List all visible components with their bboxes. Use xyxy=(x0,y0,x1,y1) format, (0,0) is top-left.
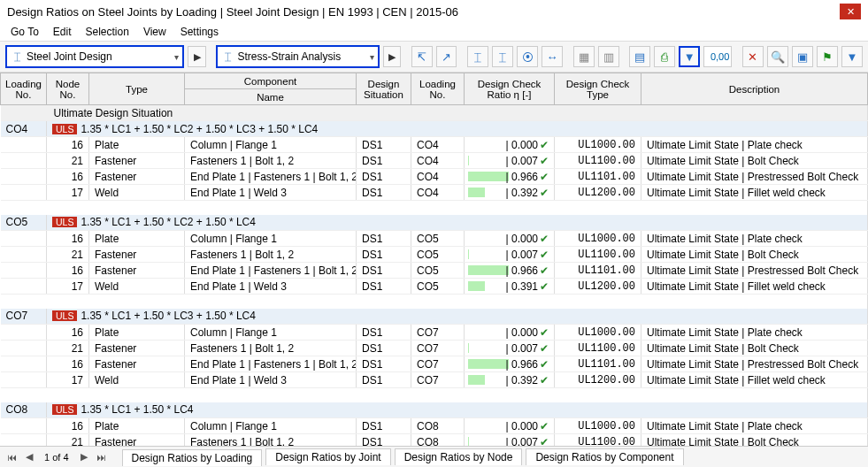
group-header[interactable]: CO7ULS1.35 * LC1 + 1.50 * LC3 + 1.50 * L… xyxy=(1,309,868,325)
chevron-down-icon: ▾ xyxy=(174,52,179,62)
menu-edit[interactable]: Edit xyxy=(53,26,72,38)
pointer-tool-button[interactable]: ↗ xyxy=(436,46,457,67)
hdr-ratio[interactable]: Design Check Ratio η [-] xyxy=(465,73,555,105)
section-row: Ultimate Design Situation xyxy=(1,105,868,121)
joint-tool-2[interactable]: ⌶ xyxy=(492,46,513,67)
dimension-tool-button[interactable]: ↔ xyxy=(542,46,563,67)
hdr-design-sit[interactable]: Design Situation xyxy=(357,73,411,105)
table-row[interactable]: 17WeldEnd Plate 1 | Weld 3DS1CO4| 0.392✔… xyxy=(1,185,868,201)
threshold-input[interactable] xyxy=(703,46,732,67)
hdr-name[interactable]: Name xyxy=(185,89,357,105)
table-button[interactable]: ▤ xyxy=(629,46,650,67)
table-row[interactable]: 16FastenerEnd Plate 1 | Fasteners 1 | Bo… xyxy=(1,356,868,372)
tab-by-node[interactable]: Design Ratios by Node xyxy=(395,448,523,465)
results-button[interactable]: ▣ xyxy=(792,46,813,67)
table-row[interactable]: 16FastenerEnd Plate 1 | Fasteners 1 | Bo… xyxy=(1,169,868,185)
hdr-desc[interactable]: Description xyxy=(641,73,868,105)
hdr-dctype[interactable]: Design Check Type xyxy=(555,73,641,105)
joint-icon: ⌶ xyxy=(11,50,23,63)
view-button-1[interactable]: ▦ xyxy=(573,46,595,67)
close-button[interactable]: ✕ xyxy=(840,4,861,19)
flag-button[interactable]: ⚑ xyxy=(817,46,838,67)
window-title: Design Ratios on Steel Joints by Loading… xyxy=(7,5,840,19)
table-row[interactable]: 16PlateColumn | Flange 1DS1CO5| 0.000✔UL… xyxy=(1,231,868,247)
hdr-loading-no[interactable]: Loading No. xyxy=(1,73,47,105)
toolbar: ⌶ Steel Joint Design ▾ ▶ ⌶ Stress-Strain… xyxy=(0,41,868,73)
menu-goto[interactable]: Go To xyxy=(11,26,39,38)
results-grid[interactable]: Loading No. Node No. Type Component Desi… xyxy=(0,73,868,446)
titlebar: Design Ratios on Steel Joints by Loading… xyxy=(0,0,868,23)
hdr-node-no[interactable]: Node No. xyxy=(47,73,89,105)
page-prev-button[interactable]: ◀ xyxy=(21,449,37,465)
filter2-button[interactable]: ▼ xyxy=(841,46,863,67)
tab-by-joint[interactable]: Design Ratios by Joint xyxy=(265,448,390,465)
tab-by-loading[interactable]: Design Ratios by Loading xyxy=(122,449,263,466)
analysis-icon: ⌶ xyxy=(221,50,234,63)
print-button[interactable]: ⎙ xyxy=(654,46,675,67)
bolt-tool-button[interactable]: ⦿ xyxy=(517,46,538,67)
table-row[interactable]: 17WeldEnd Plate 1 | Weld 3DS1CO5| 0.391✔… xyxy=(1,279,868,295)
table-row[interactable]: 16PlateColumn | Flange 1DS1CO4| 0.000✔UL… xyxy=(1,137,868,153)
page-last-button[interactable]: ⏭ xyxy=(94,449,110,465)
group-header[interactable]: CO4ULS1.35 * LC1 + 1.50 * LC2 + 1.50 * L… xyxy=(1,121,868,137)
analysis-next-button[interactable]: ▶ xyxy=(383,46,401,67)
chevron-down-icon: ▾ xyxy=(370,52,374,62)
table-row[interactable]: 21FastenerFasteners 1 | Bolt 1, 2DS1CO7|… xyxy=(1,341,868,356)
hdr-component[interactable]: Component xyxy=(185,73,357,89)
hdr-loading-no2[interactable]: Loading No. xyxy=(411,73,465,105)
analysis-dropdown[interactable]: ⌶ Stress-Strain Analysis ▾ xyxy=(216,45,379,68)
menu-selection[interactable]: Selection xyxy=(86,26,129,38)
table-row[interactable]: 16PlateColumn | Flange 1DS1CO8| 0.000✔UL… xyxy=(1,418,868,434)
joint-tool-1[interactable]: ⌶ xyxy=(467,46,488,67)
menubar: Go To Edit Selection View Settings xyxy=(0,23,868,41)
table-row[interactable]: 16FastenerEnd Plate 1 | Fasteners 1 | Bo… xyxy=(1,263,868,279)
table-row[interactable]: 21FastenerFasteners 1 | Bolt 1, 2DS1CO5|… xyxy=(1,247,868,263)
menu-settings[interactable]: Settings xyxy=(181,26,219,38)
table-row[interactable]: 21FastenerFasteners 1 | Bolt 1, 2DS1CO4|… xyxy=(1,153,868,169)
search-button[interactable]: 🔍 xyxy=(767,46,788,67)
view-button-2[interactable]: ▥ xyxy=(598,46,619,67)
group-header[interactable]: CO5ULS1.35 * LC1 + 1.50 * LC2 + 1.50 * L… xyxy=(1,215,868,231)
filter-button[interactable]: ▼ xyxy=(679,46,700,67)
page-first-button[interactable]: ⏮ xyxy=(4,449,19,465)
page-indicator: 1 of 4 xyxy=(44,452,69,463)
hdr-type[interactable]: Type xyxy=(89,73,185,105)
table-row[interactable]: 17WeldEnd Plate 1 | Weld 3DS1CO7| 0.392✔… xyxy=(1,372,868,388)
group-header[interactable]: CO8ULS1.35 * LC1 + 1.50 * LC4 xyxy=(1,402,868,418)
table-row[interactable]: 21FastenerFasteners 1 | Bolt 1, 2DS1CO8|… xyxy=(1,434,868,447)
menu-view[interactable]: View xyxy=(143,26,166,38)
bottom-bar: ⏮ ◀ 1 of 4 ▶ ⏭ Design Ratios by Loading … xyxy=(0,446,868,467)
select-tool-button[interactable]: ↸ xyxy=(411,46,433,67)
table-row[interactable]: 16PlateColumn | Flange 1DS1CO7| 0.000✔UL… xyxy=(1,325,868,341)
design-next-button[interactable]: ▶ xyxy=(188,46,205,67)
tab-by-component[interactable]: Design Ratios by Component xyxy=(526,448,683,465)
clear-button[interactable]: ✕ xyxy=(742,46,764,67)
page-next-button[interactable]: ▶ xyxy=(76,449,92,465)
design-dropdown[interactable]: ⌶ Steel Joint Design ▾ xyxy=(5,45,184,68)
